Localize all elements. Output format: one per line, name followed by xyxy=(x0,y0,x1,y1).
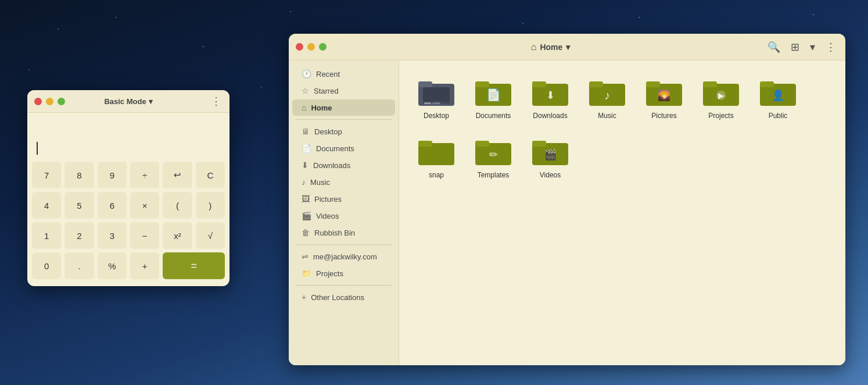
calculator-window: Basic Mode ▾ ⋮ 7 8 9 ÷ ↩ C 4 5 6 × ( ) 1… xyxy=(27,90,229,286)
chevron-down-icon: ▾ xyxy=(149,97,153,106)
calc-title-text: Basic Mode xyxy=(104,97,146,106)
traffic-lights xyxy=(34,98,65,105)
folder-videos[interactable]: 🎬 Videos xyxy=(525,131,576,185)
button-close-paren[interactable]: ) xyxy=(196,192,225,219)
folder-snap[interactable]: snap xyxy=(411,131,462,185)
desktop-sidebar-icon: 🖥 xyxy=(302,127,310,136)
sidebar-label-videos: Videos xyxy=(316,212,339,220)
button-decimal[interactable]: . xyxy=(64,252,94,279)
overflow-menu-button[interactable]: ⋮ xyxy=(823,38,838,56)
svg-rect-10 xyxy=(532,81,546,87)
calculator-menu-button[interactable]: ⋮ xyxy=(210,96,223,106)
folder-documents-icon: 📄 xyxy=(475,78,511,108)
fm-minimize-button[interactable] xyxy=(307,43,315,51)
fm-close-button[interactable] xyxy=(296,43,303,51)
folder-projects[interactable]: ▶ Projects xyxy=(695,72,747,126)
folder-templates-icon: ✏ xyxy=(475,137,511,167)
filemanager-body: 🕐 Recent ☆ Starred ⌂ Home 🖥 Desktop 📄 Do… xyxy=(289,60,845,365)
svg-rect-13 xyxy=(589,81,603,87)
sidebar-item-home[interactable]: ⌂ Home xyxy=(292,99,395,116)
sidebar-item-rubbish[interactable]: 🗑 Rubbish Bin xyxy=(292,224,395,241)
fm-maximize-button[interactable] xyxy=(319,43,327,51)
button-subtract[interactable]: − xyxy=(130,222,159,249)
button-square[interactable]: x² xyxy=(163,222,192,249)
button-clear[interactable]: C xyxy=(196,162,225,188)
button-add[interactable]: + xyxy=(130,252,159,279)
folder-pictures-icon: 🌄 xyxy=(646,78,682,108)
folder-projects-label: Projects xyxy=(708,112,733,121)
sidebar-separator-2 xyxy=(296,244,392,245)
sidebar-item-other-locations[interactable]: + Other Locations xyxy=(292,289,395,305)
calculator-display xyxy=(27,113,229,159)
calculator-buttons: 7 8 9 ÷ ↩ C 4 5 6 × ( ) 1 2 3 − x² √ 0 .… xyxy=(27,159,229,286)
svg-rect-16 xyxy=(646,81,660,87)
button-divide[interactable]: ÷ xyxy=(130,162,159,188)
folder-music[interactable]: ♪ Music xyxy=(582,72,633,126)
folder-public[interactable]: 👤 Public xyxy=(752,72,804,126)
button-3[interactable]: 3 xyxy=(98,222,127,249)
sidebar-item-network[interactable]: ⇌ me@jackwilky.com xyxy=(292,248,395,265)
fm-traffic-lights xyxy=(296,43,327,51)
sort-button[interactable]: ▾ xyxy=(808,38,817,56)
minimize-button[interactable] xyxy=(46,98,53,105)
button-9[interactable]: 9 xyxy=(98,162,127,188)
folder-public-label: Public xyxy=(769,112,788,121)
search-button[interactable]: 🔍 xyxy=(765,38,783,56)
button-2[interactable]: 2 xyxy=(64,222,94,249)
button-equals[interactable]: = xyxy=(163,252,225,279)
sidebar-label-documents: Documents xyxy=(316,144,354,153)
svg-rect-23 xyxy=(760,81,774,87)
fm-folder-grid: Desktop 📄 Documents ⬇ xyxy=(411,72,834,184)
folder-pictures[interactable]: 🌄 Pictures xyxy=(639,72,690,126)
fm-toolbar-right: 🔍 ⊞ ▾ ⋮ xyxy=(765,38,838,56)
button-1[interactable]: 1 xyxy=(32,222,61,249)
maximize-button[interactable] xyxy=(58,98,65,105)
folder-templates[interactable]: ✏ Templates xyxy=(468,131,519,185)
sidebar-item-recent[interactable]: 🕐 Recent xyxy=(292,66,395,82)
sidebar-item-desktop[interactable]: 🖥 Desktop xyxy=(292,123,395,140)
calculator-title: Basic Mode ▾ xyxy=(104,97,152,106)
button-5[interactable]: 5 xyxy=(64,192,94,219)
view-toggle-button[interactable]: ⊞ xyxy=(788,38,802,56)
button-8[interactable]: 8 xyxy=(64,162,94,188)
close-button[interactable] xyxy=(34,98,42,105)
fm-title-chevron-icon[interactable]: ▾ xyxy=(566,42,570,52)
button-0[interactable]: 0 xyxy=(32,252,61,279)
svg-rect-7 xyxy=(475,81,489,87)
button-multiply[interactable]: × xyxy=(130,192,159,219)
button-sqrt[interactable]: √ xyxy=(196,222,225,249)
cursor xyxy=(37,142,38,155)
button-7[interactable]: 7 xyxy=(32,162,61,188)
button-open-paren[interactable]: ( xyxy=(163,192,192,219)
downloads-icon: ⬇ xyxy=(302,161,309,170)
fm-title-text: Home xyxy=(540,42,562,52)
svg-rect-19 xyxy=(703,81,717,87)
button-backspace[interactable]: ↩ xyxy=(163,162,192,188)
sidebar-item-videos[interactable]: 🎬 Videos xyxy=(292,208,395,224)
folder-public-icon: 👤 xyxy=(760,78,796,108)
sidebar-item-pictures[interactable]: 🖼 Pictures xyxy=(292,191,395,207)
folder-desktop-label: Desktop xyxy=(424,112,449,121)
sidebar-label-projects: Projects xyxy=(316,269,343,278)
button-percent[interactable]: % xyxy=(98,252,127,279)
network-icon: ⇌ xyxy=(302,252,309,261)
svg-rect-26 xyxy=(418,141,432,147)
folder-videos-icon: 🎬 xyxy=(532,137,568,167)
button-4[interactable]: 4 xyxy=(32,192,61,219)
folder-desktop[interactable]: Desktop xyxy=(411,72,462,126)
documents-icon: 📄 xyxy=(302,144,311,153)
sidebar-item-music[interactable]: ♪ Music xyxy=(292,174,395,190)
sidebar-item-starred[interactable]: ☆ Starred xyxy=(292,83,395,99)
button-6[interactable]: 6 xyxy=(98,192,127,219)
svg-text:📄: 📄 xyxy=(486,88,501,102)
sidebar-item-projects[interactable]: 📁 Projects xyxy=(292,265,395,281)
folder-desktop-icon xyxy=(418,78,454,108)
folder-documents[interactable]: 📄 Documents xyxy=(468,72,519,126)
folder-downloads-label: Downloads xyxy=(533,112,567,121)
svg-text:⬇: ⬇ xyxy=(546,90,555,101)
filemanager-window: ⌂ Home ▾ 🔍 ⊞ ▾ ⋮ 🕐 Recent ☆ Starred ⌂ Ho… xyxy=(289,34,845,365)
sidebar-item-documents[interactable]: 📄 Documents xyxy=(292,140,395,156)
sidebar-item-downloads[interactable]: ⬇ Downloads xyxy=(292,157,395,173)
folder-templates-label: Templates xyxy=(478,171,510,180)
folder-downloads[interactable]: ⬇ Downloads xyxy=(525,72,576,126)
